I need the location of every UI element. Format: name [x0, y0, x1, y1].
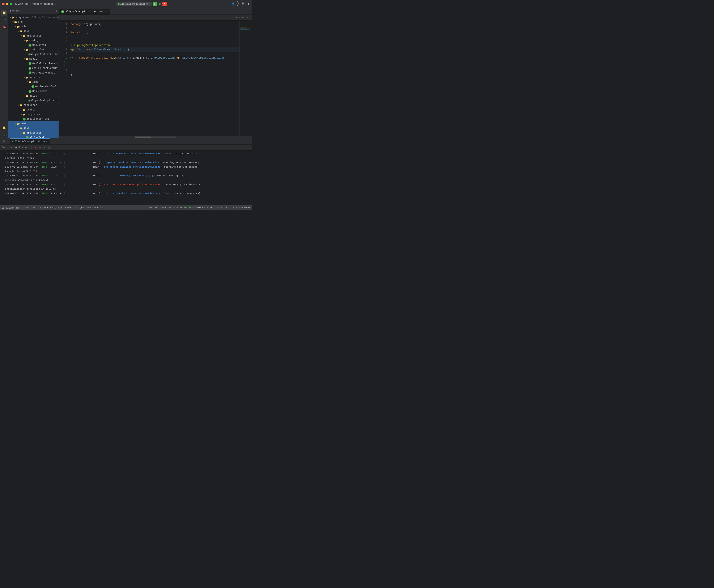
- aws-status[interactable]: AWS: No credentials selected: [148, 206, 187, 209]
- tree-test-java[interactable]: ▼ 📂 java: [8, 126, 59, 131]
- ossserviceimpl-label: OssServiceImpl: [35, 85, 57, 88]
- tree-org-pp-oss[interactable]: ▼ 📂 org.pp.oss: [8, 34, 59, 38]
- tree-main[interactable]: ▼ 📂 main: [8, 24, 59, 29]
- settings-icon[interactable]: ⚙: [246, 2, 250, 6]
- run-line-7-icon[interactable]: ▶: [70, 47, 72, 52]
- app-tab-close[interactable]: ✕: [46, 141, 47, 143]
- project-view-icon[interactable]: 📁: [1, 10, 7, 16]
- console-tab-label[interactable]: Console: [2, 146, 12, 149]
- log-indent-5: initialization completed in 1053 ms: [2, 187, 251, 191]
- title-bar-left: aliyun-oss › Version control ⌄: [15, 2, 56, 5]
- src-label: src: [18, 21, 23, 23]
- maximize-button[interactable]: [10, 3, 12, 5]
- traffic-lights: [2, 3, 12, 5]
- run-button[interactable]: ▶: [153, 2, 157, 6]
- app-name[interactable]: aliyun-oss: [15, 3, 28, 5]
- impl-label: impl: [32, 81, 38, 84]
- editor-area: C AliyunOssApplication.java ✕ ⚠ 1 ▼ 1 ▲ …: [59, 8, 252, 138]
- notifications-icon[interactable]: 🔔: [1, 125, 7, 131]
- ossservice-label: OssService: [32, 90, 47, 93]
- tree-aliyunosscontroller[interactable]: ▶ C AliyunOssController: [8, 52, 59, 57]
- sidebar-icons: 📁 ⎇ 🔖 🔔 ⚠: [0, 8, 8, 138]
- google-icon[interactable]: G: [189, 206, 191, 209]
- horizontal-scrollbar[interactable]: [59, 136, 252, 138]
- tree-aliosstest[interactable]: ▶ C AliOssTest: [8, 135, 59, 138]
- stop-console-button[interactable]: ■: [34, 146, 37, 149]
- tree-static[interactable]: ▶ 📂 static: [8, 107, 59, 112]
- tree-controller[interactable]: ▼ 📂 controller: [8, 47, 59, 52]
- editor-main: 1 2 3 4 5 6 7 8 9 12 13 14 package org.p…: [59, 21, 252, 136]
- log-indent-4: embedded WebApplicationContext: [2, 178, 251, 182]
- tree-model[interactable]: ▼ 📂 model: [8, 57, 59, 61]
- code-line-3: import ...;: [70, 31, 239, 35]
- tree-root[interactable]: ▼ 📂 aliyun-oss /Library/Soft/Backend/ali…: [8, 15, 59, 20]
- tree-utils[interactable]: ▶ 📂 utils: [8, 94, 59, 98]
- breadcrumb-status[interactable]: src > main > java > org > pp > oss > Ali…: [24, 206, 103, 209]
- tree-ossconfig[interactable]: ▶ C OssConfig: [8, 43, 59, 47]
- resources-label: resources: [23, 104, 37, 107]
- tree-application-yml[interactable]: ▶ Y application.yml: [8, 117, 59, 121]
- translate-icon[interactable]: 文A: [237, 2, 240, 6]
- more-console-button[interactable]: ⋮: [52, 146, 56, 149]
- test-label: test: [21, 122, 27, 125]
- panel-settings-icon[interactable]: ⚙: [56, 10, 57, 13]
- tree-config[interactable]: ▼ 📂 config: [8, 38, 59, 43]
- build-icon[interactable]: ⚙: [158, 2, 161, 6]
- tree-test-org-pp-oss[interactable]: ▼ 📂 org.pp.oss: [8, 131, 59, 135]
- tree-impl[interactable]: ▼ 📂 impl: [8, 80, 59, 84]
- editor-tabs: C AliyunOssApplication.java ✕: [59, 8, 252, 15]
- tree-osscallbackresult[interactable]: ▶ C OssCallbackResult: [8, 66, 59, 70]
- bookmark-icon[interactable]: 🔖: [1, 24, 7, 30]
- git-branch-status[interactable]: ⎇ aliyun-oss: [2, 206, 20, 209]
- indent-status[interactable]: 4 spaces: [239, 206, 251, 209]
- tree-resources[interactable]: ▼ 📂 resources: [8, 103, 59, 107]
- run-tab[interactable]: Run: [0, 139, 10, 145]
- tree-ossserviceimpl[interactable]: ▶ C OssServiceImpl: [8, 84, 59, 89]
- tree-src[interactable]: ▼ 📂 src: [8, 20, 59, 24]
- editor-tab-label: AliyunOssApplication.java: [65, 10, 103, 13]
- stop-button[interactable]: ■: [163, 2, 167, 6]
- editor-tab-main[interactable]: C AliyunOssApplication.java ✕: [59, 8, 110, 15]
- actuator-tab[interactable]: ● Actuator: [14, 146, 29, 149]
- tree-test[interactable]: ▼ 📂 test: [8, 121, 59, 126]
- log-icon-1: ↓: [2, 151, 4, 156]
- search-everywhere-icon[interactable]: 🔍: [242, 2, 245, 6]
- errors-info: ▼ 1 ▲: [242, 16, 248, 19]
- profile-icon[interactable]: 👤: [232, 2, 235, 6]
- clear-console-button[interactable]: 🗑: [48, 146, 51, 149]
- run-config[interactable]: AliyunOssApplication ⌄: [116, 2, 152, 6]
- run-line-9-icon[interactable]: ▶: [70, 56, 72, 60]
- tree-java[interactable]: ▼ 📂 java: [8, 29, 59, 34]
- close-button[interactable]: [2, 3, 5, 5]
- problems-icon[interactable]: ⚠: [1, 132, 7, 138]
- code-line-6: ⚙✓ @SpringBootApplication: [70, 43, 239, 47]
- run-status-dot: [118, 3, 120, 5]
- log-icon-2: ↓: [2, 160, 4, 165]
- tree-service[interactable]: ▼ 📂 service: [8, 75, 59, 80]
- ossconfig-label: OssConfig: [32, 44, 46, 47]
- tree-osspolicyresult[interactable]: ▶ C OssPolicyResult: [8, 70, 59, 75]
- code-line-7: ▶ public class AliyunOssApplication {: [70, 47, 239, 52]
- line-ending-status[interactable]: LF: [224, 206, 227, 209]
- tabnine-status[interactable]: tobnine Starter: [193, 206, 214, 209]
- tree-ossservice[interactable]: ▶ C OssService: [8, 89, 59, 94]
- more-actions-icon[interactable]: ⋮: [168, 2, 171, 6]
- console-output[interactable]: ↓ 2023-05-31 14:27:40.985 INFO 7123 --- …: [0, 151, 252, 205]
- rerun-button[interactable]: ↺: [38, 146, 42, 149]
- tree-templates[interactable]: ▶ 📂 templates: [8, 112, 59, 117]
- encoding-status[interactable]: UTF-8: [230, 206, 237, 209]
- code-editor[interactable]: package org.pp.oss; import ...; ⚙✓ @Spri…: [69, 21, 239, 136]
- tree-osscallbackparam[interactable]: ▶ C OssCallbackParam: [8, 61, 59, 66]
- code-line-1: package org.pp.oss;: [70, 22, 239, 26]
- templates-label: templates: [26, 113, 40, 116]
- status-bar-right: AWS: No credentials selected G tobnine S…: [148, 206, 251, 209]
- run-tab-label: Run: [2, 140, 7, 143]
- minimize-button[interactable]: [6, 3, 8, 5]
- pause-button[interactable]: ⏸: [43, 146, 46, 149]
- tree-aliyunossapplication[interactable]: ▶ C AliyunOssApplication: [8, 98, 59, 103]
- tab-close-button[interactable]: ✕: [105, 10, 107, 13]
- commit-icon[interactable]: ⎇: [1, 17, 7, 23]
- app-tab[interactable]: ● AliyunOssApplication ✕: [10, 139, 50, 145]
- version-control-menu[interactable]: Version control: [33, 3, 53, 5]
- log-line-6: ↓ 2023-05-31 14:27:41.837 INFO 7123 --- …: [2, 191, 251, 195]
